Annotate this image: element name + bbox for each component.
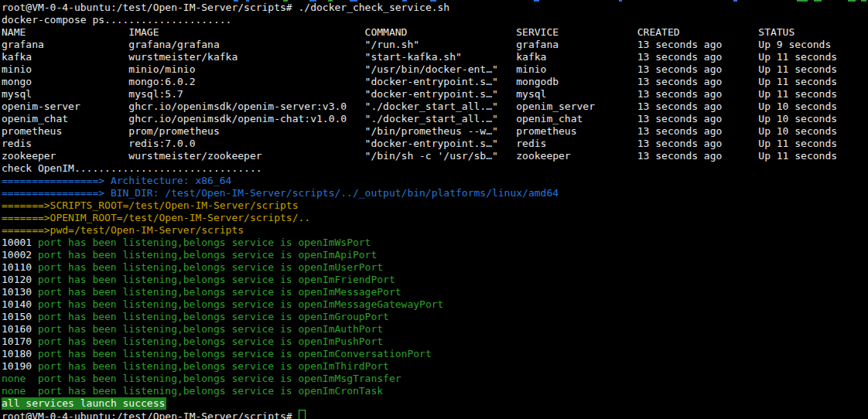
port-number: 10110 [2, 261, 32, 274]
port-status-line: 10002 port has been listening,belongs se… [2, 249, 868, 261]
table-row: miniominio/minio"/usr/bin/docker-ent…"mi… [2, 63, 868, 76]
service-name: openImGroupPort [299, 311, 389, 322]
port-status-line: none port has been listening,belongs ser… [2, 373, 868, 385]
bindir-line: ================> BIN_DIR: /test/Open-IM… [2, 187, 868, 199]
port-status-line: 10120 port has been listening,belongs se… [2, 274, 868, 286]
port-number: 10140 [2, 298, 32, 311]
col-header-command: COMMAND [365, 26, 517, 39]
success-banner-line: all services launch success [2, 397, 868, 410]
service-name: openImFriendPort [299, 274, 395, 285]
clipped-previous-line [0, 0, 868, 2]
check-openim-line: check OpenIM............................… [2, 162, 868, 175]
service-name: openImCronTask [299, 385, 384, 397]
port-status-line: 10190 port has been listening,belongs se… [2, 360, 868, 373]
service-name: openImMessagePort [299, 286, 402, 298]
table-row: zookeeperwurstmeister/zookeeper"/bin/sh … [2, 150, 868, 162]
port-status-line: 10140 port has been listening,belongs se… [2, 298, 868, 311]
service-name: openImWsPort [299, 237, 371, 248]
table-row: grafanagrafana/grafana"/run.sh"grafana13… [2, 39, 868, 51]
port-number: 10150 [2, 311, 32, 323]
scripts-root-line: =======>SCRIPTS_ROOT=/test/Open-IM-Serve… [2, 199, 868, 212]
table-row: kafkawurstmeister/kafka"start-kafka.sh"k… [2, 51, 868, 63]
table-header: NAMEIMAGECOMMANDSERVICECREATEDSTATUS [2, 26, 868, 39]
port-status-line: 10180 port has been listening,belongs se… [2, 348, 868, 360]
port-number: 10130 [2, 286, 32, 298]
port-number: none [2, 385, 32, 397]
col-header-status: STATUS [758, 26, 795, 39]
port-status-line: 10150 port has been listening,belongs se… [2, 311, 868, 323]
port-status-line: 10160 port has been listening,belongs se… [2, 323, 868, 336]
port-status-line: 10130 port has been listening,belongs se… [2, 286, 868, 298]
port-number: 10120 [2, 274, 32, 286]
table-row: openim-serverghcr.io/openimsdk/openim-se… [2, 100, 868, 113]
port-number: 10002 [2, 249, 32, 261]
terminal-screen[interactable]: root@VM-0-4-ubuntu:/test/Open-IM-Server/… [0, 0, 868, 419]
architecture-line: ================> Architecture: x86_64 [2, 175, 868, 187]
port-status-line: none port has been listening,belongs ser… [2, 385, 868, 397]
port-number: 10180 [2, 348, 32, 360]
port-status-line: 10170 port has been listening,belongs se… [2, 336, 868, 348]
compose-status-line: docker-compose ps..................... [2, 14, 868, 26]
command-line: root@VM-0-4-ubuntu:/test/Open-IM-Server/… [2, 2, 868, 14]
col-header-created: CREATED [637, 26, 759, 39]
openim-root-line: =======>OPENIM_ROOT=/test/Open-IM-Server… [2, 212, 868, 224]
port-number: 10001 [2, 237, 32, 249]
terminal-cursor[interactable] [299, 410, 306, 419]
prompt-text: root@VM-0-4-ubuntu:/test/Open-IM-Server/… [2, 410, 292, 419]
service-name: openImPushPort [299, 336, 384, 347]
port-status-line: 10110 port has been listening,belongs se… [2, 261, 868, 274]
table-row: mongomongo:6.0.2"docker-entrypoint.s…"mo… [2, 76, 868, 88]
col-header-service: SERVICE [516, 26, 637, 39]
port-number: 10190 [2, 360, 32, 373]
service-name: openImMsgTransfer [299, 373, 402, 384]
prompt-line: root@VM-0-4-ubuntu:/test/Open-IM-Server/… [2, 410, 868, 419]
port-number: 10170 [2, 336, 32, 348]
table-row: redisredis:7.0.0"docker-entrypoint.s…"re… [2, 138, 868, 150]
col-header-image: IMAGE [128, 26, 364, 39]
prompt-text: root@VM-0-4-ubuntu:/test/Open-IM-Server/… [2, 2, 292, 13]
service-name: openImUserPort [299, 261, 384, 273]
table-row: prometheusprom/prometheus"/bin/prometheu… [2, 125, 868, 138]
service-name: openImThirdPort [299, 360, 389, 372]
table-row: openim_chatghcr.io/openimsdk/openim-chat… [2, 113, 868, 125]
pwd-line: =======>pwd=/test/Open-IM-Server/scripts [2, 224, 868, 237]
service-name: openImApiPort [299, 249, 378, 261]
port-number: 10160 [2, 323, 32, 336]
col-header-name: NAME [2, 26, 128, 39]
success-banner: all services launch success [2, 397, 166, 410]
port-number: none [2, 373, 32, 385]
service-name: openImMessageGatewayPort [299, 298, 444, 310]
table-row: mysqlmysql:5.7"docker-entrypoint.s…"mysq… [2, 88, 868, 100]
service-name: openImConversationPort [299, 348, 432, 359]
port-status-line: 10001 port has been listening,belongs se… [2, 237, 868, 249]
typed-command: ./docker_check_service.sh [299, 2, 450, 13]
service-name: openImAuthPort [299, 323, 384, 335]
